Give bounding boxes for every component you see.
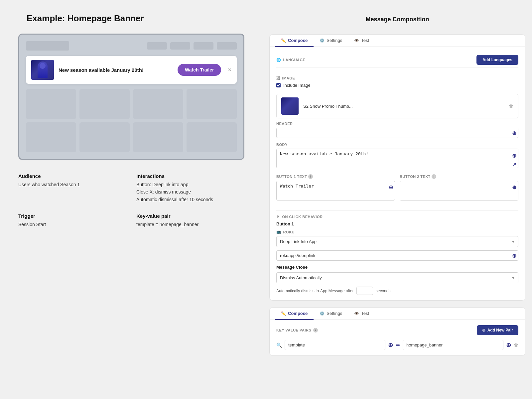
kv-value-input[interactable] [403, 340, 503, 350]
add-languages-button[interactable]: Add Languages [476, 55, 518, 65]
kv-block: Key-value pair template = homepage_banne… [136, 213, 244, 228]
image-item: S2 Show Promo Thumb... 🗑 [276, 94, 518, 118]
top-card-body: 🌐 LANGUAGE Add Languages 🖼 IMAGE Include… [270, 47, 525, 300]
compose-icon: ✏️ [281, 38, 286, 43]
message-close-label: Message Close [276, 265, 518, 270]
body-add-button[interactable]: ⊕ [512, 153, 516, 159]
audience-label: Audience [18, 173, 126, 179]
button1-add-button[interactable]: ⊕ [389, 184, 393, 191]
panel-title: Message Composition [269, 10, 525, 28]
kv-delete-icon[interactable]: 🗑 [514, 342, 518, 348]
test-icon: 👁️ [354, 38, 359, 43]
language-label: 🌐 LANGUAGE [276, 58, 305, 62]
bottom-tab-settings[interactable]: ⚙️ Settings [314, 308, 348, 320]
dismiss-select[interactable]: Dismiss Automatically [276, 272, 518, 283]
browser-nav [26, 41, 237, 51]
bottom-tabs: ✏️ Compose ⚙️ Settings 👁️ Test [270, 308, 525, 320]
tab-test-label: Test [361, 38, 369, 43]
grid-cell-8 [187, 122, 237, 152]
grid-cell-1 [26, 89, 76, 119]
bottom-card-body: KEY VALUE PAIRS i ⊕ Add New Pair 🔍 ⊕ ➡ ⊕… [270, 320, 525, 355]
settings-icon: ⚙️ [320, 38, 325, 43]
globe-icon: 🌐 [276, 58, 281, 62]
body-textarea[interactable] [276, 149, 518, 168]
kv-info-icon: i [313, 328, 318, 332]
image-delete-icon[interactable]: 🗑 [509, 103, 513, 109]
browser-mockup: New season available January 20th! Watch… [18, 34, 244, 160]
info-section: Audience Users who watched Season 1 Inte… [18, 173, 244, 228]
include-image-row: Include Image [276, 80, 518, 90]
kv-value-add-button[interactable]: ⊕ [506, 341, 511, 349]
banner-text: New season available January 20th! [59, 67, 173, 73]
plus-icon: ⊕ [482, 328, 485, 332]
bottom-settings-icon: ⚙️ [320, 311, 325, 316]
bottom-card: ✏️ Compose ⚙️ Settings 👁️ Test KEY VALUE… [269, 307, 525, 356]
kv-header: KEY VALUE PAIRS i ⊕ Add New Pair [276, 325, 518, 335]
bottom-tab-settings-label: Settings [327, 311, 342, 316]
interactions-value: Button: Deeplink into appClose X: dismis… [136, 181, 244, 203]
grid-cell-2 [79, 89, 130, 119]
tab-test[interactable]: 👁️ Test [348, 35, 375, 47]
button1-textarea[interactable] [276, 181, 395, 200]
onclick-behavior-label: 🖱 ON CLICK BEHAVIOR [276, 215, 518, 219]
button2-info-icon: i [432, 174, 436, 179]
header-add-button[interactable]: ⊕ [512, 130, 516, 136]
dismiss-row: Automatically dismiss In-App Message aft… [276, 287, 518, 295]
nav-link-1 [147, 42, 167, 50]
top-tabs: ✏️ Compose ⚙️ Settings 👁️ Test [270, 35, 525, 47]
nav-link-3 [194, 42, 213, 50]
bottom-tab-test[interactable]: 👁️ Test [348, 308, 375, 320]
button-text-row: BUTTON 1 TEXT i ⊕ BUTTON 2 TEXT i [276, 174, 518, 206]
button1-field-group: BUTTON 1 TEXT i ⊕ [276, 174, 395, 202]
tab-compose[interactable]: ✏️ Compose [275, 35, 314, 47]
body-field-group: BODY ⊕ ↗ [276, 143, 518, 170]
watch-trailer-button[interactable]: Watch Trailer [178, 64, 221, 76]
banner-notification: New season available January 20th! Watch… [26, 56, 237, 84]
kv-key-input[interactable] [285, 340, 385, 350]
button1-field-label: BUTTON 1 TEXT i [276, 174, 395, 179]
grid-cell-3 [133, 89, 183, 119]
header-input-wrapper: ⊕ [276, 128, 518, 138]
bottom-tab-compose[interactable]: ✏️ Compose [275, 308, 314, 320]
kv-arrow-icon: ➡ [396, 342, 400, 348]
bottom-tab-compose-label: Compose [288, 311, 308, 316]
kv-key-add-button[interactable]: ⊕ [388, 341, 393, 349]
banner-figure [38, 62, 48, 78]
dismiss-seconds-input[interactable]: 10 [356, 287, 373, 295]
deep-link-select[interactable]: Deep Link Into App [276, 236, 518, 247]
bottom-compose-icon: ✏️ [281, 311, 286, 316]
grid-cell-4 [187, 89, 237, 119]
deeplink-add-button[interactable]: ⊕ [512, 252, 516, 259]
trigger-label: Trigger [18, 213, 126, 219]
image-thumbnail [281, 97, 299, 115]
content-grid [26, 89, 237, 152]
deeplink-input[interactable] [276, 250, 518, 261]
tv-icon: 📺 [276, 230, 281, 234]
button2-add-button[interactable]: ⊕ [512, 184, 516, 191]
banner-image [31, 60, 54, 80]
bottom-tab-test-label: Test [361, 311, 369, 316]
kv-section-label: KEY VALUE PAIRS i [276, 328, 318, 332]
left-panel: Example: Homepage Banner New season avai… [0, 0, 263, 399]
button2-input-wrapper: ⊕ [400, 181, 518, 202]
button2-field-label: BUTTON 2 TEXT i [400, 174, 518, 179]
kv-search-icon: 🔍 [276, 342, 282, 348]
include-image-checkbox[interactable] [276, 83, 281, 87]
nav-link-2 [170, 42, 190, 50]
language-row: 🌐 LANGUAGE Add Languages [276, 52, 518, 68]
body-input-wrapper: ⊕ ↗ [276, 149, 518, 170]
audience-block: Audience Users who watched Season 1 [18, 173, 126, 203]
banner-close-button[interactable]: × [228, 66, 231, 73]
kv-row-0: 🔍 ⊕ ➡ ⊕ 🗑 [276, 340, 518, 350]
seconds-label: seconds [376, 289, 391, 293]
tab-settings[interactable]: ⚙️ Settings [314, 35, 348, 47]
kv-label: Key-value pair [136, 213, 244, 219]
add-new-pair-button[interactable]: ⊕ Add New Pair [477, 325, 518, 335]
image-section-label: 🖼 IMAGE [276, 76, 518, 80]
button1-info-icon: i [308, 174, 313, 179]
image-name: S2 Show Promo Thumb... [303, 104, 504, 109]
interactions-block: Interactions Button: Deeplink into appCl… [136, 173, 244, 203]
button2-textarea[interactable] [400, 181, 518, 200]
body-bottom-button[interactable]: ↗ [512, 161, 516, 168]
header-input[interactable] [276, 128, 518, 138]
